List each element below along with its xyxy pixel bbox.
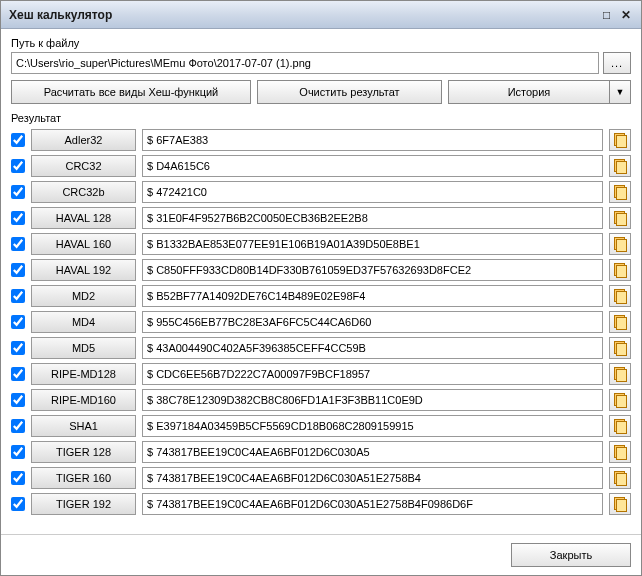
hash-value-input[interactable] bbox=[142, 441, 603, 463]
copy-icon bbox=[614, 185, 626, 199]
algorithm-button[interactable]: TIGER 192 bbox=[31, 493, 136, 515]
copy-icon bbox=[614, 159, 626, 173]
hash-value-input[interactable] bbox=[142, 467, 603, 489]
copy-button[interactable] bbox=[609, 259, 631, 281]
result-row: SHA1 bbox=[11, 413, 631, 439]
hash-checkbox[interactable] bbox=[11, 211, 25, 225]
result-row: CRC32b bbox=[11, 179, 631, 205]
algorithm-button[interactable]: HAVAL 192 bbox=[31, 259, 136, 281]
copy-icon bbox=[614, 393, 626, 407]
copy-button[interactable] bbox=[609, 441, 631, 463]
maximize-icon[interactable]: □ bbox=[599, 7, 614, 22]
hash-value-input[interactable] bbox=[142, 181, 603, 203]
result-row: RIPE-MD128 bbox=[11, 361, 631, 387]
copy-icon bbox=[614, 445, 626, 459]
copy-button[interactable] bbox=[609, 207, 631, 229]
hash-value-input[interactable] bbox=[142, 415, 603, 437]
copy-icon bbox=[614, 263, 626, 277]
copy-button[interactable] bbox=[609, 181, 631, 203]
close-button[interactable]: Закрыть bbox=[511, 543, 631, 567]
copy-button[interactable] bbox=[609, 467, 631, 489]
hash-value-input[interactable] bbox=[142, 311, 603, 333]
history-button[interactable]: История bbox=[448, 80, 609, 104]
copy-button[interactable] bbox=[609, 337, 631, 359]
hash-value-input[interactable] bbox=[142, 337, 603, 359]
algorithm-button[interactable]: HAVAL 160 bbox=[31, 233, 136, 255]
hash-checkbox[interactable] bbox=[11, 471, 25, 485]
hash-value-input[interactable] bbox=[142, 129, 603, 151]
hash-checkbox[interactable] bbox=[11, 341, 25, 355]
hash-value-input[interactable] bbox=[142, 363, 603, 385]
algorithm-button[interactable]: SHA1 bbox=[31, 415, 136, 437]
copy-icon bbox=[614, 289, 626, 303]
hash-checkbox[interactable] bbox=[11, 367, 25, 381]
algorithm-button[interactable]: RIPE-MD128 bbox=[31, 363, 136, 385]
algorithm-button[interactable]: HAVAL 128 bbox=[31, 207, 136, 229]
algorithm-button[interactable]: Adler32 bbox=[31, 129, 136, 151]
hash-checkbox[interactable] bbox=[11, 289, 25, 303]
clear-button[interactable]: Очистить результат bbox=[257, 80, 442, 104]
copy-button[interactable] bbox=[609, 285, 631, 307]
copy-icon bbox=[614, 419, 626, 433]
calculate-button[interactable]: Расчитать все виды Хеш-функций bbox=[11, 80, 251, 104]
copy-button[interactable] bbox=[609, 155, 631, 177]
copy-button[interactable] bbox=[609, 415, 631, 437]
hash-checkbox[interactable] bbox=[11, 159, 25, 173]
result-row: HAVAL 128 bbox=[11, 205, 631, 231]
algorithm-button[interactable]: RIPE-MD160 bbox=[31, 389, 136, 411]
hash-value-input[interactable] bbox=[142, 207, 603, 229]
hash-value-input[interactable] bbox=[142, 285, 603, 307]
close-icon[interactable]: ✕ bbox=[618, 7, 633, 22]
result-row: HAVAL 160 bbox=[11, 231, 631, 257]
result-label: Результат bbox=[11, 112, 631, 124]
hash-checkbox[interactable] bbox=[11, 419, 25, 433]
results-list: Adler32CRC32CRC32bHAVAL 128HAVAL 160HAVA… bbox=[11, 127, 631, 526]
hash-checkbox[interactable] bbox=[11, 237, 25, 251]
hash-value-input[interactable] bbox=[142, 493, 603, 515]
copy-icon bbox=[614, 341, 626, 355]
algorithm-button[interactable]: TIGER 128 bbox=[31, 441, 136, 463]
result-row: MD4 bbox=[11, 309, 631, 335]
titlebar: Хеш калькулятор □ ✕ bbox=[1, 1, 641, 29]
hash-value-input[interactable] bbox=[142, 155, 603, 177]
file-path-input[interactable] bbox=[11, 52, 599, 74]
hash-value-input[interactable] bbox=[142, 389, 603, 411]
result-row: TIGER 192 bbox=[11, 491, 631, 517]
result-row: TIGER 128 bbox=[11, 439, 631, 465]
algorithm-button[interactable]: CRC32 bbox=[31, 155, 136, 177]
browse-button[interactable]: ... bbox=[603, 52, 631, 74]
result-row: Adler32 bbox=[11, 127, 631, 153]
hash-checkbox[interactable] bbox=[11, 445, 25, 459]
hash-checkbox[interactable] bbox=[11, 185, 25, 199]
copy-button[interactable] bbox=[609, 233, 631, 255]
hash-value-input[interactable] bbox=[142, 259, 603, 281]
hash-checkbox[interactable] bbox=[11, 315, 25, 329]
result-row: TIGER 160 bbox=[11, 465, 631, 491]
copy-button[interactable] bbox=[609, 311, 631, 333]
copy-icon bbox=[614, 471, 626, 485]
hash-value-input[interactable] bbox=[142, 233, 603, 255]
copy-button[interactable] bbox=[609, 493, 631, 515]
copy-icon bbox=[614, 237, 626, 251]
result-row: MD5 bbox=[11, 335, 631, 361]
hash-checkbox[interactable] bbox=[11, 263, 25, 277]
algorithm-button[interactable]: MD5 bbox=[31, 337, 136, 359]
history-dropdown-button[interactable]: ▼ bbox=[609, 80, 631, 104]
algorithm-button[interactable]: MD4 bbox=[31, 311, 136, 333]
result-row: HAVAL 192 bbox=[11, 257, 631, 283]
hash-checkbox[interactable] bbox=[11, 497, 25, 511]
algorithm-button[interactable]: TIGER 160 bbox=[31, 467, 136, 489]
copy-button[interactable] bbox=[609, 363, 631, 385]
copy-button[interactable] bbox=[609, 129, 631, 151]
algorithm-button[interactable]: CRC32b bbox=[31, 181, 136, 203]
result-row: MD2 bbox=[11, 283, 631, 309]
hash-checkbox[interactable] bbox=[11, 393, 25, 407]
copy-button[interactable] bbox=[609, 389, 631, 411]
result-row: RIPE-MD160 bbox=[11, 387, 631, 413]
result-row: CRC32 bbox=[11, 153, 631, 179]
copy-icon bbox=[614, 211, 626, 225]
hash-checkbox[interactable] bbox=[11, 133, 25, 147]
copy-icon bbox=[614, 133, 626, 147]
algorithm-button[interactable]: MD2 bbox=[31, 285, 136, 307]
path-label: Путь к файлу bbox=[11, 37, 631, 49]
